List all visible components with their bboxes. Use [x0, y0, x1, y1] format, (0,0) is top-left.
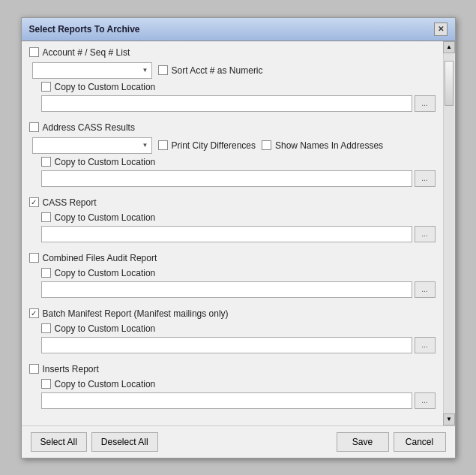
row-copy-cass-report: Copy to Custom Location [29, 212, 436, 223]
input-row-batch-manifest: ... [29, 337, 436, 353]
input-batch-manifest[interactable] [41, 337, 412, 353]
checkbox-sort-acct[interactable] [158, 65, 168, 75]
input-row-combined-files: ... [29, 281, 436, 298]
input-row-inserts-report: ... [29, 392, 436, 409]
row-copy-combined-files: Copy to Custom Location [29, 268, 436, 278]
label-show-names: Show Names In Addresses [275, 140, 383, 151]
checkbox-copy-inserts-report[interactable] [41, 379, 51, 389]
row-copy-address-cass: Copy to Custom Location [29, 157, 436, 167]
input-row-address-cass: ... [29, 170, 436, 187]
input-row-cass-report: ... [29, 226, 436, 242]
browse-btn-inserts-report[interactable]: ... [415, 392, 436, 409]
checkbox-copy-batch-manifest[interactable] [41, 323, 51, 333]
checkbox-account-seq[interactable] [29, 47, 39, 57]
row-copy-account-seq: Copy to Custom Location [29, 82, 436, 92]
cancel-button[interactable]: Cancel [394, 432, 446, 452]
section-header-account-seq: Account # / Seq # List [29, 47, 436, 58]
label-copy-inserts-report: Copy to Custom Location [55, 379, 156, 389]
section-inserts-report: Inserts Report Copy to Custom Location .… [29, 364, 436, 409]
label-batch-manifest: Batch Manifest Report (Manifest mailings… [43, 308, 229, 319]
section-account-seq: Account # / Seq # List ▼ Sort Acct # as … [29, 47, 436, 112]
label-account-seq: Account # / Seq # List [43, 47, 130, 58]
input-row-account-seq: ... [29, 95, 436, 112]
dialog-body: Account # / Seq # List ▼ Sort Acct # as … [22, 41, 455, 425]
browse-btn-batch-manifest[interactable]: ... [415, 337, 436, 353]
section-address-cass: Address CASS Results ▼ Print City Differ… [29, 122, 436, 187]
label-copy-batch-manifest: Copy to Custom Location [55, 323, 156, 334]
checkbox-show-names[interactable] [262, 140, 271, 150]
dialog-title: Select Reports To Archive [29, 24, 140, 35]
input-address-cass[interactable] [41, 170, 412, 187]
section-batch-manifest: Batch Manifest Report (Manifest mailings… [29, 308, 436, 353]
select-reports-dialog: Select Reports To Archive ✕ Account # / … [21, 17, 456, 458]
checkbox-batch-manifest[interactable] [29, 308, 39, 318]
scroll-area: Account # / Seq # List ▼ Sort Acct # as … [22, 41, 443, 425]
scrollbar: ▲ ▼ [443, 41, 455, 425]
browse-btn-cass-report[interactable]: ... [415, 226, 436, 242]
label-cass-report: CASS Report [43, 197, 97, 208]
scrollbar-track[interactable] [444, 53, 454, 413]
section-combined-files: Combined Files Audit Report Copy to Cust… [29, 253, 436, 298]
browse-btn-combined-files[interactable]: ... [415, 281, 436, 298]
save-button[interactable]: Save [337, 432, 389, 452]
label-inserts-report: Inserts Report [43, 364, 99, 374]
footer-right: Save Cancel [337, 432, 446, 452]
label-copy-cass-report: Copy to Custom Location [55, 212, 156, 223]
checkbox-print-city[interactable] [158, 140, 168, 150]
checkbox-copy-account-seq[interactable] [41, 82, 51, 92]
input-cass-report[interactable] [41, 226, 412, 242]
section-header-address-cass: Address CASS Results [29, 122, 436, 133]
close-button[interactable]: ✕ [434, 23, 448, 36]
label-copy-address-cass: Copy to Custom Location [55, 157, 156, 167]
browse-btn-address-cass[interactable]: ... [415, 170, 436, 187]
footer-left: Select All Deselect All [31, 432, 158, 452]
label-sort-acct: Sort Acct # as Numeric [172, 65, 263, 76]
row-copy-batch-manifest: Copy to Custom Location [29, 323, 436, 334]
title-bar: Select Reports To Archive ✕ [22, 18, 455, 41]
checkbox-copy-cass-report[interactable] [41, 212, 51, 222]
input-combined-files[interactable] [41, 281, 412, 298]
browse-btn-account-seq[interactable]: ... [415, 95, 436, 112]
scrollbar-up[interactable]: ▲ [443, 41, 455, 53]
input-account-seq[interactable] [41, 95, 412, 112]
section-header-combined-files: Combined Files Audit Report [29, 253, 436, 263]
section-header-cass-report: CASS Report [29, 197, 436, 208]
checkbox-copy-address-cass[interactable] [41, 157, 51, 167]
dropdown-address-cass[interactable]: ▼ [32, 137, 152, 154]
section-header-batch-manifest: Batch Manifest Report (Manifest mailings… [29, 308, 436, 319]
label-address-cass: Address CASS Results [43, 122, 135, 133]
row-address-cass-dropdown: ▼ Print City Differences Show Names In A… [29, 137, 436, 154]
scrollbar-down[interactable]: ▼ [443, 413, 455, 425]
checkbox-address-cass[interactable] [29, 122, 39, 132]
select-all-button[interactable]: Select All [31, 432, 87, 452]
label-copy-combined-files: Copy to Custom Location [55, 268, 156, 278]
label-print-city: Print City Differences [172, 140, 256, 151]
dropdown-account-seq[interactable]: ▼ [32, 62, 152, 79]
checkbox-combined-files[interactable] [29, 253, 39, 263]
checkbox-inserts-report[interactable] [29, 364, 39, 374]
section-cass-report: CASS Report Copy to Custom Location ... [29, 197, 436, 242]
dropdown-arrow-address-cass: ▼ [142, 142, 148, 149]
dialog-footer: Select All Deselect All Save Cancel [22, 425, 455, 458]
deselect-all-button[interactable]: Deselect All [91, 432, 158, 452]
input-inserts-report[interactable] [41, 392, 412, 409]
label-copy-account-seq: Copy to Custom Location [55, 82, 156, 92]
row-account-seq-dropdown: ▼ Sort Acct # as Numeric [29, 62, 436, 79]
dropdown-arrow-account-seq: ▼ [142, 67, 148, 74]
section-header-inserts-report: Inserts Report [29, 364, 436, 374]
checkbox-cass-report[interactable] [29, 197, 39, 207]
checkbox-copy-combined-files[interactable] [41, 268, 51, 278]
row-copy-inserts-report: Copy to Custom Location [29, 379, 436, 389]
label-combined-files: Combined Files Audit Report [43, 253, 157, 263]
scrollbar-thumb[interactable] [445, 61, 454, 106]
